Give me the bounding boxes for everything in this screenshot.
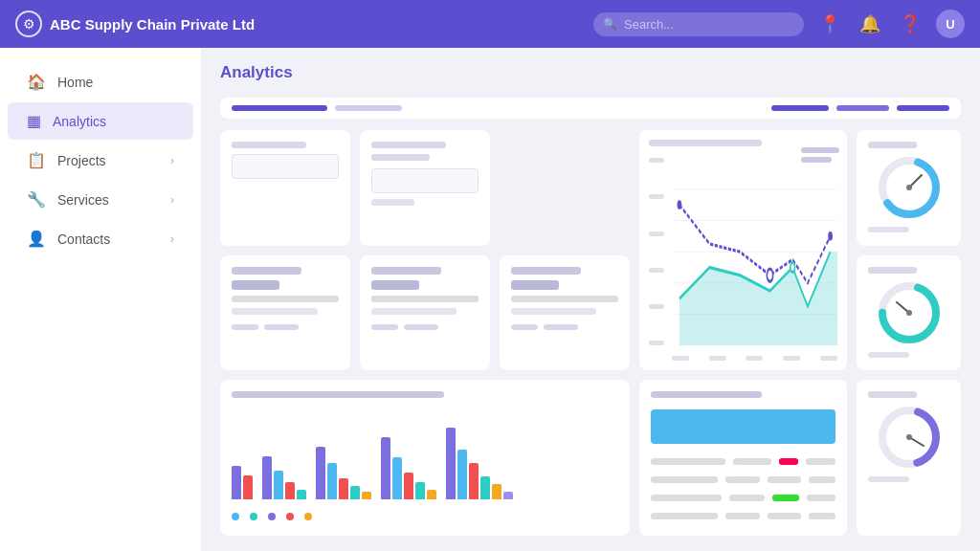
bar-seg xyxy=(503,492,513,499)
metric-line-1a xyxy=(232,296,339,302)
gauge-1 xyxy=(868,154,949,221)
card-label-mid xyxy=(371,142,446,148)
x-label xyxy=(783,356,800,361)
sidebar-label-analytics: Analytics xyxy=(53,114,106,129)
bar-seg xyxy=(392,457,402,499)
gauge-sublabel-2 xyxy=(868,352,908,358)
metric-title-3 xyxy=(511,267,581,275)
main-line-chart xyxy=(639,130,847,370)
metric-chip xyxy=(404,324,438,330)
avatar[interactable]: U xyxy=(936,10,965,38)
bar-seg xyxy=(415,482,425,499)
metric-card-3 xyxy=(500,255,630,371)
metric-footer-2 xyxy=(371,324,479,330)
location-icon[interactable]: 📍 xyxy=(815,10,844,38)
legend-dot-1 xyxy=(232,513,239,520)
bar-seg xyxy=(316,447,325,499)
legend-dot-2 xyxy=(250,513,257,520)
metric-title-1 xyxy=(232,267,301,275)
table-cell-label xyxy=(809,476,835,483)
svg-point-6 xyxy=(677,200,681,209)
y-label xyxy=(649,194,664,199)
metric-line-3b xyxy=(511,308,597,315)
gauge-sublabel-1 xyxy=(868,227,908,232)
gauge-sublabel-3 xyxy=(868,476,908,482)
search-input[interactable] xyxy=(593,12,804,36)
projects-icon: 📋 xyxy=(27,151,46,169)
card-sublabel xyxy=(371,154,431,161)
metric-line-3a xyxy=(511,296,618,302)
metric-chip xyxy=(264,324,299,330)
metric-line-1b xyxy=(232,308,318,315)
bar-seg xyxy=(480,476,490,499)
tab-active[interactable] xyxy=(232,105,327,111)
table-title xyxy=(651,391,762,398)
bar-seg xyxy=(446,428,456,499)
table-cell-label xyxy=(768,513,801,519)
table-cell-label xyxy=(725,513,759,519)
bar-legend xyxy=(232,513,618,520)
sidebar-item-services[interactable]: 🔧 Services › xyxy=(8,181,193,218)
metric-value-3 xyxy=(511,280,559,290)
card-form-mid xyxy=(360,130,490,246)
tab-2[interactable] xyxy=(335,105,402,111)
bar-chart-area xyxy=(232,408,618,503)
input-field-1[interactable] xyxy=(232,154,339,179)
bar-seg xyxy=(492,484,501,499)
bar-group-4 xyxy=(381,437,436,499)
table-row-4 xyxy=(651,510,835,522)
svg-point-9 xyxy=(791,263,795,273)
gauge-svg-1 xyxy=(876,154,943,221)
bar-seg xyxy=(339,478,348,499)
table-card xyxy=(639,380,847,536)
y-label xyxy=(649,268,664,273)
chevron-right-icon-services: › xyxy=(170,193,174,207)
sidebar-item-analytics[interactable]: ▦ Analytics xyxy=(8,102,193,140)
table-cell-label xyxy=(651,458,726,465)
gauge-label-1 xyxy=(868,142,917,148)
sidebar-item-projects[interactable]: 📋 Projects › xyxy=(8,142,193,179)
table-cell-label xyxy=(768,476,801,483)
table-cell-bar-green xyxy=(772,495,799,501)
bar-seg xyxy=(262,456,272,499)
chevron-right-icon-contacts: › xyxy=(170,232,174,246)
sidebar: 🏠 Home ▦ Analytics 📋 Projects › 🔧 Servic… xyxy=(0,48,201,551)
tab-filter-1[interactable] xyxy=(771,105,829,111)
logo-icon: ⚙ xyxy=(15,11,42,37)
gauge-3 xyxy=(868,404,949,471)
bar-seg xyxy=(285,482,295,499)
svg-point-7 xyxy=(767,269,772,281)
input-field-2[interactable] xyxy=(371,168,479,193)
content-area: Analytics xyxy=(201,48,980,551)
sidebar-label-services: Services xyxy=(57,192,109,208)
bar-seg xyxy=(274,471,283,499)
metric-footer-3 xyxy=(511,324,618,330)
y-label xyxy=(649,231,664,236)
metric-title-2 xyxy=(371,267,441,275)
gauge-card-2 xyxy=(857,255,961,371)
metric-chip xyxy=(511,324,538,330)
tab-filter-3[interactable] xyxy=(897,105,949,111)
notification-icon[interactable]: 🔔 xyxy=(856,10,884,38)
help-icon[interactable]: ❓ xyxy=(896,10,924,38)
bar-seg xyxy=(350,486,360,499)
navbar-logo: ⚙ ABC Supply Chain Private Ltd xyxy=(15,11,255,37)
sidebar-item-home[interactable]: 🏠 Home xyxy=(8,63,193,100)
bar-seg xyxy=(327,463,337,499)
analytics-icon: ▦ xyxy=(27,112,41,130)
tab-filter-2[interactable] xyxy=(836,105,889,111)
bar-seg xyxy=(297,490,306,499)
sidebar-item-contacts[interactable]: 👤 Contacts › xyxy=(8,220,193,257)
sidebar-label-projects: Projects xyxy=(57,153,106,168)
bar-seg xyxy=(427,490,436,499)
metric-chip xyxy=(371,324,398,330)
bar-seg xyxy=(381,437,390,499)
card-label xyxy=(232,142,306,148)
table-cell-label xyxy=(807,495,835,501)
gauge-2 xyxy=(868,279,949,346)
chart-title xyxy=(649,140,762,146)
legend-item-3 xyxy=(268,513,278,520)
search-icon: 🔍 xyxy=(603,17,617,31)
table-cell-label xyxy=(651,476,719,483)
svg-point-8 xyxy=(828,231,833,241)
